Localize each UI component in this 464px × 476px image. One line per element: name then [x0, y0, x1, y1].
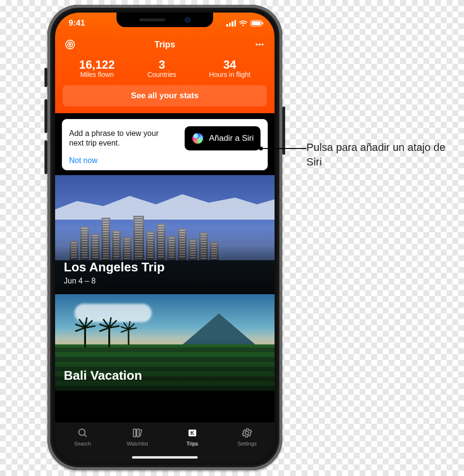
svg-point-5: [70, 44, 71, 45]
tab-label: Trips: [187, 441, 198, 446]
gear-icon: [241, 426, 253, 440]
stat-label: Countries: [147, 71, 176, 78]
button-label: See all your stats: [131, 91, 199, 101]
search-icon: [77, 426, 88, 440]
side-button: [282, 106, 285, 155]
siri-card: Add a phrase to view your next trip even…: [62, 119, 268, 170]
nav-bar: Trips: [63, 34, 267, 55]
stat-label: Miles flown: [79, 71, 115, 78]
trips-list: Los Angeles Trip Jun 4 – 8 Bali Vaca: [55, 175, 275, 423]
see-all-stats-button[interactable]: See all your stats: [63, 85, 267, 106]
svg-point-9: [79, 429, 85, 435]
siri-icon: [191, 132, 204, 145]
home-indicator[interactable]: [132, 456, 198, 459]
watchlist-icon: [131, 426, 143, 440]
tab-label: Settings: [237, 441, 257, 446]
add-to-siri-button[interactable]: Añadir a Siri: [185, 126, 261, 150]
svg-rect-11: [137, 429, 139, 437]
side-button: [44, 99, 47, 133]
trip-title: Bali Vacation: [64, 368, 266, 383]
price-alerts-icon[interactable]: [63, 37, 77, 52]
callout-text: Pulsa para añadir un atajo de Siri: [306, 140, 451, 169]
trips-icon: K: [187, 426, 198, 440]
stat-miles: 16,122 Miles flown: [79, 58, 115, 78]
notch: [116, 13, 213, 27]
phone-frame: 9:41 Trips: [47, 5, 282, 470]
svg-rect-10: [133, 429, 136, 437]
screen: 9:41 Trips: [55, 13, 275, 462]
stat-value: 34: [209, 58, 251, 72]
speaker: [139, 18, 165, 21]
stat-countries: 3 Countries: [147, 58, 176, 78]
trip-subtitle: Jun 4 – 8: [64, 277, 266, 285]
not-now-link[interactable]: Not now: [69, 156, 261, 165]
stat-value: 3: [147, 58, 176, 72]
stat-value: 16,122: [79, 58, 115, 72]
callout-leader: [261, 148, 306, 149]
tab-bar: Search Watchlist K Trips Settings: [55, 423, 275, 462]
stat-label: Hours in flight: [209, 71, 251, 78]
page-title: Trips: [154, 40, 175, 50]
front-camera: [185, 17, 190, 23]
svg-point-6: [256, 44, 258, 45]
stat-hours: 34 Hours in flight: [209, 58, 251, 78]
tab-label: Watchlist: [127, 441, 148, 446]
tab-search[interactable]: Search: [55, 426, 110, 462]
stats-row: 16,122 Miles flown 3 Countries 34 Hours …: [63, 58, 267, 78]
siri-prompt: Add a phrase to view your next trip even…: [69, 129, 161, 148]
svg-point-7: [259, 44, 261, 45]
side-button: [44, 140, 47, 174]
button-label: Añadir a Siri: [209, 134, 254, 143]
wifi-icon: [239, 20, 247, 27]
more-icon[interactable]: [252, 37, 267, 52]
side-button: [44, 68, 47, 87]
svg-rect-2: [262, 22, 263, 25]
trip-card-los-angeles[interactable]: Los Angeles Trip Jun 4 – 8: [55, 175, 275, 293]
svg-text:K: K: [190, 430, 194, 436]
trip-card-bali[interactable]: Bali Vacation: [55, 294, 275, 391]
header: Trips 16,122 Miles flown 3 Countries 34 …: [55, 34, 275, 113]
tab-settings[interactable]: Settings: [220, 426, 275, 462]
svg-rect-1: [252, 21, 261, 25]
trip-title: Los Angeles Trip: [64, 260, 266, 275]
svg-point-8: [261, 44, 263, 45]
cellular-icon: [226, 20, 236, 27]
battery-icon: [250, 20, 264, 27]
status-time: 9:41: [69, 18, 85, 28]
tab-label: Search: [74, 441, 91, 446]
